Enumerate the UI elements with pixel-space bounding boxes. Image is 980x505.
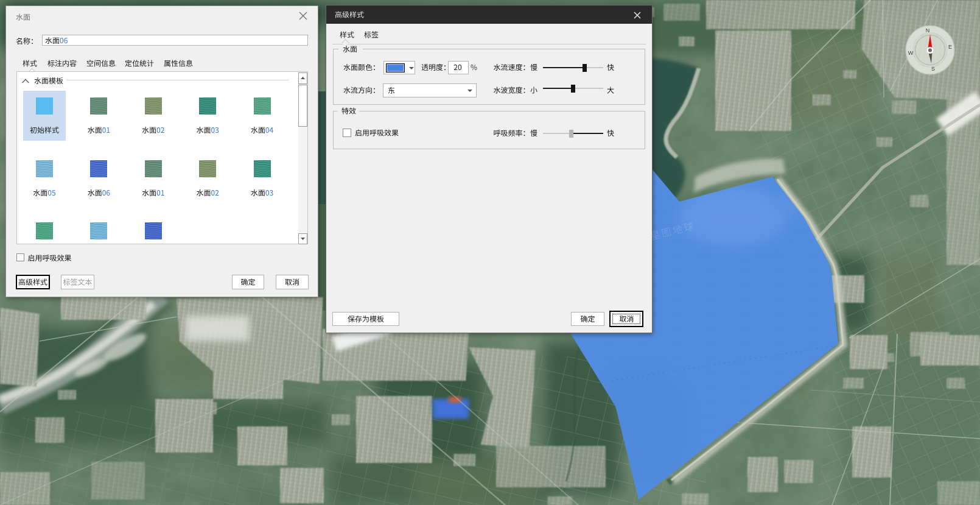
svg-text:E: E: [948, 44, 952, 50]
svg-text:S: S: [931, 66, 935, 72]
svg-text:N: N: [926, 27, 930, 34]
svg-text:W: W: [908, 50, 914, 56]
